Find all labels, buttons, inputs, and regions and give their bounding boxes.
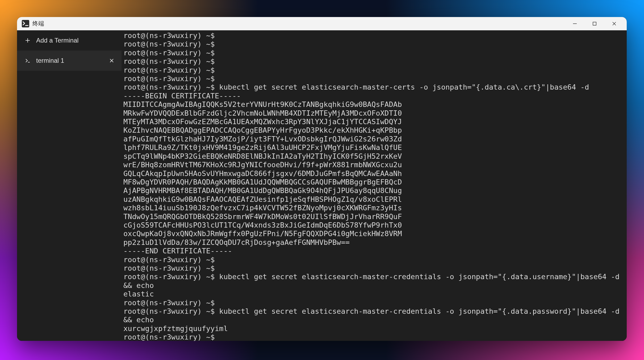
window-title: 终端	[32, 20, 44, 28]
terminal-output[interactable]: root@(ns-r3wuxiry) ~$ root@(ns-r3wuxiry)…	[122, 30, 627, 341]
maximize-button[interactable]	[585, 17, 604, 30]
window-controls	[565, 17, 624, 30]
svg-rect-1	[593, 22, 596, 25]
terminal-icon	[24, 57, 31, 64]
minimize-button[interactable]	[565, 17, 585, 30]
window-body: Add a Terminal terminal 1 root@(ns-r3wux…	[17, 30, 627, 341]
tab-label: terminal 1	[36, 57, 64, 64]
tab-left: terminal 1	[24, 57, 64, 64]
plus-icon	[24, 37, 31, 44]
add-terminal-label: Add a Terminal	[36, 37, 79, 44]
titlebar-left: 终端	[20, 20, 44, 28]
tab-close-icon[interactable]	[109, 58, 114, 63]
terminal-window: 终端 Add a Terminal	[17, 17, 627, 341]
sidebar: Add a Terminal terminal 1	[17, 30, 122, 341]
titlebar[interactable]: 终端	[17, 17, 627, 30]
terminal-tab-1[interactable]: terminal 1	[17, 51, 122, 71]
app-icon	[22, 20, 29, 27]
close-button[interactable]	[604, 17, 624, 30]
add-terminal-button[interactable]: Add a Terminal	[17, 30, 122, 51]
